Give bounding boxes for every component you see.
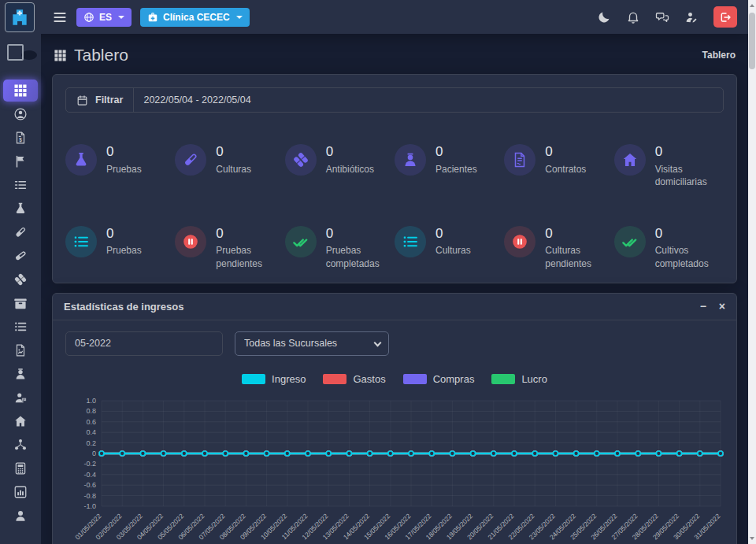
legend-item-compras[interactable]: Compras [403,373,475,385]
sidebar-item-vial[interactable] [3,221,38,243]
data-point [677,451,682,456]
data-point [346,451,351,456]
sidebar-item-doctor[interactable] [3,363,38,385]
calculator-icon [13,461,28,476]
collapse-icon[interactable]: − [700,301,706,312]
legend-label: Gastos [353,373,385,385]
legend-item-lucro[interactable]: Lucro [491,373,547,385]
data-point [326,451,331,456]
sidebar-item-package-box[interactable] [3,292,38,314]
data-point [718,451,723,456]
sidebar-item-flask[interactable] [3,198,38,220]
income-stats-card: Estadísticas de ingresos − × Todas las S… [52,293,737,544]
date-range-input[interactable] [134,88,723,112]
home-icon [13,414,28,428]
home-icon [614,144,646,176]
menu-toggle-icon[interactable] [52,9,68,25]
legend-label: Ingreso [272,373,306,385]
data-point [223,451,228,456]
scrollbar-down-arrow[interactable] [748,533,756,544]
scrollbar-up-arrow[interactable] [748,0,756,11]
data-point [140,451,145,456]
sidebar-item-bar-chart[interactable] [3,481,38,503]
task-list-icon [13,178,28,192]
legend-label: Lucro [521,373,547,385]
notifications-icon[interactable] [626,10,640,24]
app-logo[interactable] [5,2,35,32]
list-icon [13,320,28,334]
stat-pruebas-pendientes: 0Pruebas pendientes [175,226,284,270]
sidebar-item-task-list[interactable] [3,174,38,196]
y-tick-label: -0.4 [83,471,96,479]
branch-select[interactable]: Todas las Sucursales [235,331,389,356]
stat-pruebas: 0Pruebas [65,144,175,188]
main-content: Tablero Tablero Filtrar 0Pruebas0Cultura… [41,34,748,544]
sidebar-item-pills[interactable] [3,268,38,291]
flag-icon [13,154,28,168]
data-point [574,451,579,456]
data-point [532,451,537,456]
data-point [388,451,393,456]
double-check-icon [285,226,317,257]
card-tools: − × [700,301,725,312]
vial-icon [175,144,206,176]
stat-value: 0 [545,144,586,160]
messages-icon[interactable] [655,10,669,24]
invoice-dollar-icon: $ [13,131,28,145]
sidebar-item-report-file[interactable] [3,339,38,361]
data-point [120,451,124,456]
stat-value: 0 [435,144,477,160]
stats-row-1: 0Pruebas0Culturas0Antibióticos0Pacientes… [65,144,724,188]
vial-icon [13,225,28,239]
sidebar-item-user-circle[interactable] [3,103,38,125]
stat-pacientes: 0Pacientes [395,144,504,188]
logout-button[interactable] [713,6,737,28]
user-circle-icon [13,107,28,121]
sidebar-item-network-nodes[interactable] [3,434,38,456]
stat-label: Pacientes [435,163,477,176]
breadcrumb: Tablero [702,50,736,61]
stat-culturas: 0Culturas [175,144,284,188]
page-title-text: Tablero [74,46,128,65]
stats-row-2: 0Pruebas0Pruebas pendientes0Pruebas comp… [65,226,724,270]
sidebar-item-user-badge[interactable] [3,387,38,409]
sidebar-item-invoice-dollar[interactable]: $ [3,127,38,149]
sidebar-item-flag[interactable] [3,150,38,172]
stat-label: Pruebas [106,163,142,176]
data-point [471,451,476,456]
legend-swatch [242,374,265,384]
svg-text:$: $ [19,137,22,143]
legend-item-ingreso[interactable]: Ingreso [242,373,306,385]
scrollbar [748,0,756,544]
y-tick-label: 0.6 [86,418,96,426]
scrollbar-thumb[interactable] [749,13,755,69]
sidebar-item-home[interactable] [3,410,38,432]
dark-mode-icon[interactable] [597,10,611,24]
stat-label: Antibióticos [326,163,374,176]
legend-item-gastos[interactable]: Gastos [323,373,385,385]
y-tick-label: -0.8 [83,491,96,499]
stat-value: 0 [106,226,142,242]
data-point [265,451,269,456]
user-profile-icon[interactable] [684,10,699,24]
sidebar-item-dashboard-grid[interactable] [3,80,38,102]
close-icon[interactable]: × [719,301,725,312]
sidebar-item-user[interactable] [3,505,38,527]
data-point [450,451,454,456]
data-point [656,451,661,456]
sidebar-item-list[interactable] [3,316,38,338]
date-filter-group: Filtrar [65,87,724,113]
language-dropdown-button[interactable]: ES [76,8,132,27]
legend-swatch [403,374,427,384]
clinic-dropdown-button[interactable]: Clínica CECEC [140,8,250,27]
avatar-placeholder [7,44,24,61]
stats-card: Filtrar 0Pruebas0Culturas0Antibióticos0P… [52,74,737,283]
filter-button[interactable]: Filtrar [66,88,134,112]
month-input[interactable] [65,331,223,356]
package-box-icon [13,296,28,310]
income-card-title: Estadísticas de ingresos [64,301,183,313]
sidebar-item-calculator[interactable] [3,457,38,479]
data-point [409,451,413,456]
sidebar-item-test-tube[interactable] [3,245,38,267]
report-file-icon [13,343,28,357]
